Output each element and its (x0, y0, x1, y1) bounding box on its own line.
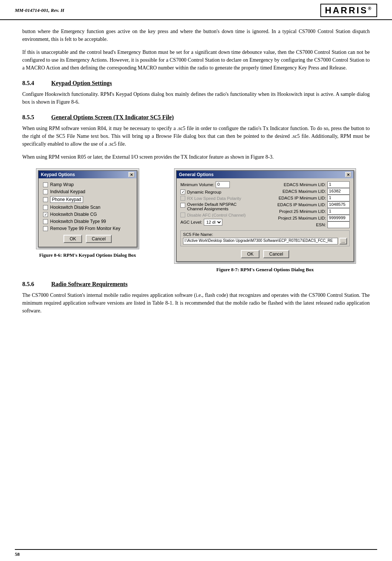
general-dialog-title: General Options (179, 172, 213, 177)
edacs-ip-min-lid-input[interactable]: 1 (327, 195, 350, 201)
page: MM-014714-001, Rev. H HARRIS® button whe… (0, 0, 392, 561)
section-854-para: Configure Hookswitch functionality. RPM'… (22, 90, 370, 106)
keypad-options-dialog: Keypad Options ✕ Ramp Wrap (38, 170, 137, 247)
sc5-input-row: I:\Active Work\Desktop Station Upgrade\M… (183, 238, 347, 244)
edacs-ip-min-lid-label: EDACS IP Minimum LID: (278, 196, 326, 200)
rx-low-speed-row: RX Low Speed Data Polarity (180, 196, 263, 201)
section-855-title: General Options Screen (TX Indicator SC5… (51, 114, 174, 121)
disable-afc-row: Disable AFC (Control Channel) (180, 213, 263, 217)
intro-para-1: button where the Emergency function goes… (22, 27, 370, 43)
general-options-right-col: EDACS Minimum LID: 1 EDACS Maximum LID: … (267, 181, 350, 228)
section-856-number: 8.5.6 (22, 281, 45, 288)
general-options-cols: Minimum Volume: 0 Dynamic Regroup (180, 181, 350, 228)
section-856-title: Radio Software Requirements (51, 281, 128, 288)
harris-logo: HARRIS® (320, 4, 377, 17)
page-header: MM-014714-001, Rev. H HARRIS® (0, 0, 392, 20)
figures-container: Keypad Options ✕ Ramp Wrap (22, 168, 370, 273)
min-volume-input[interactable]: 0 (216, 181, 230, 188)
override-npspac-label: Override Default NPSPACChannel Assignmen… (187, 202, 236, 211)
general-ok-button[interactable]: OK (241, 250, 259, 258)
general-dialog-close[interactable]: ✕ (345, 172, 351, 177)
hookswitch-disable-cg-label: Hookswitch Disable CG (50, 212, 97, 217)
rx-low-speed-checkbox (180, 196, 185, 201)
ramp-wrap-label: Ramp Wrap (50, 182, 74, 187)
override-npspac-checkbox[interactable] (180, 203, 185, 208)
keypad-ok-button[interactable]: OK (63, 235, 82, 243)
edacs-min-lid-label: EDACS Minimum LID: (284, 182, 326, 187)
remove-type99-checkbox[interactable] (43, 226, 48, 231)
section-855-para-2: When using RPM version R05 or later, the… (22, 153, 370, 161)
section-856-heading: 8.5.6 Radio Software Requirements (22, 281, 370, 288)
edacs-ip-max-lid-input[interactable]: 1048575 (327, 201, 350, 208)
keypad-dialog-body: Ramp Wrap Individual Keypad Phone Keypad (39, 178, 137, 247)
edacs-max-lid-input[interactable]: 16382 (327, 188, 350, 195)
keypad-dialog-btn-row: OK Cancel (43, 235, 132, 243)
esn-label: ESN: (316, 223, 326, 227)
p25-min-lid-label: Project 25 Minimum LID: (279, 209, 326, 214)
checkbox-phone-keypad: Phone Keypad (43, 196, 132, 203)
section-854-number: 8.5.4 (22, 80, 45, 87)
edacs-max-lid-row: EDACS Maximum LID: 16382 (267, 188, 350, 195)
agc-level-label: AGC Level: (180, 220, 202, 224)
esn-row: ESN: (267, 221, 350, 228)
disable-afc-label: Disable AFC (Control Channel) (187, 213, 246, 217)
general-cancel-button[interactable]: Cancel (263, 250, 289, 258)
p25-min-lid-input[interactable]: 1 (327, 208, 350, 215)
ramp-wrap-checkbox[interactable] (43, 182, 48, 187)
section-854-heading: 8.5.4 Keypad Option Settings (22, 80, 370, 87)
general-dialog-body: Minimum Volume: 0 Dynamic Regroup (177, 178, 353, 261)
general-dialog-btn-row: OK Cancel (180, 250, 350, 258)
page-number: 58 (15, 551, 20, 557)
min-volume-row: Minimum Volume: 0 (180, 181, 263, 188)
section-855-para-1: When using RPM software version R04, it … (22, 124, 370, 148)
rx-low-speed-label: RX Low Speed Data Polarity (187, 196, 241, 201)
p25-max-lid-label: Project 25 Maximum LID: (278, 216, 326, 220)
section-856-para: The CS7000 Control Station's internal mo… (22, 291, 370, 315)
figure-87-wrapper: General Options ✕ Minimum Volume: (174, 168, 356, 273)
p25-min-lid-row: Project 25 Minimum LID: 1 (267, 208, 350, 215)
checkbox-individual-keypad: Individual Keypad (43, 189, 132, 194)
edacs-ip-max-lid-row: EDACS IP Maximum LID: 1048575 (267, 201, 350, 208)
phone-keypad-checkbox[interactable] (43, 197, 48, 202)
checkbox-hookswitch-disable-scan: Hookswitch Disable Scan (43, 205, 132, 210)
individual-keypad-label: Individual Keypad (50, 189, 85, 194)
keypad-dialog-titlebar: Keypad Options ✕ (39, 171, 137, 178)
figure-87-caption: Figure 8-7: RPM's General Options Dialog… (216, 267, 314, 273)
edacs-min-lid-row: EDACS Minimum LID: 1 (267, 181, 350, 188)
section-855-heading: 8.5.5 General Options Screen (TX Indicat… (22, 114, 370, 121)
agc-level-row: AGC Level: 12 dB (180, 219, 263, 226)
agc-level-select[interactable]: 12 dB (204, 219, 222, 226)
esn-input[interactable] (327, 221, 350, 228)
general-options-dialog: General Options ✕ Minimum Volume: (176, 170, 354, 262)
individual-keypad-checkbox[interactable] (43, 189, 48, 194)
hookswitch-disable-scan-checkbox[interactable] (43, 205, 48, 210)
hookswitch-disable-cg-checkbox[interactable] (43, 212, 48, 217)
edacs-ip-max-lid-label: EDACS IP Maximum LID: (277, 202, 326, 207)
sc5-section: SC5 File Name: I:\Active Work\Desktop St… (180, 230, 350, 246)
edacs-min-lid-input[interactable]: 1 (327, 181, 350, 188)
figure-86-caption: Figure 8-6: RPM's Keypad Options Dialog … (39, 252, 136, 258)
checkbox-ramp-wrap: Ramp Wrap (43, 182, 132, 187)
edacs-max-lid-label: EDACS Maximum LID: (282, 189, 326, 194)
general-options-left-col: Minimum Volume: 0 Dynamic Regroup (180, 181, 263, 228)
sc5-browse-button[interactable]: ... (339, 238, 347, 244)
hookswitch-disable-type99-checkbox[interactable] (43, 219, 48, 224)
p25-max-lid-input[interactable]: 9999999 (327, 215, 350, 221)
sc5-file-input[interactable]: I:\Active Work\Desktop Station Upgrade\M… (183, 238, 338, 244)
checkbox-hookswitch-disable-cg: Hookswitch Disable CG (43, 212, 132, 217)
doc-number: MM-014714-001, Rev. H (15, 7, 64, 13)
dynamic-regroup-label: Dynamic Regroup (187, 190, 221, 194)
keypad-dialog-title: Keypad Options (41, 172, 75, 177)
dynamic-regroup-row: Dynamic Regroup (180, 189, 263, 194)
keypad-dialog-close[interactable]: ✕ (128, 172, 134, 177)
keypad-cancel-button[interactable]: Cancel (86, 235, 111, 243)
section-854-title: Keypad Option Settings (51, 80, 112, 87)
page-content: button where the Emergency function goes… (0, 20, 392, 342)
hookswitch-disable-scan-label: Hookswitch Disable Scan (50, 205, 100, 210)
disable-afc-checkbox (180, 213, 185, 217)
override-npspac-row: Override Default NPSPACChannel Assignmen… (180, 202, 263, 211)
checkbox-hookswitch-disable-type99: Hookswitch Disable Type 99 (43, 219, 132, 224)
sc5-file-label: SC5 File Name: (183, 232, 347, 237)
edacs-ip-min-lid-row: EDACS IP Minimum LID: 1 (267, 195, 350, 201)
dynamic-regroup-checkbox[interactable] (180, 189, 185, 194)
